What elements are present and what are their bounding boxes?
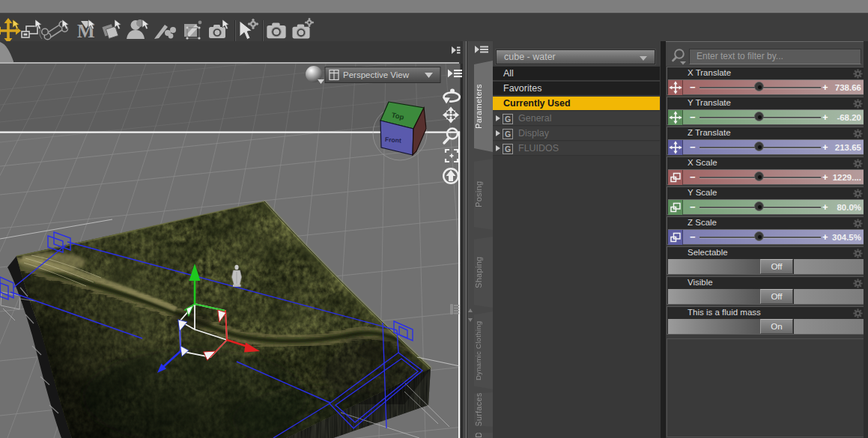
svg-text:Perspective View: Perspective View <box>343 70 410 79</box>
svg-text:Front: Front <box>385 136 402 145</box>
